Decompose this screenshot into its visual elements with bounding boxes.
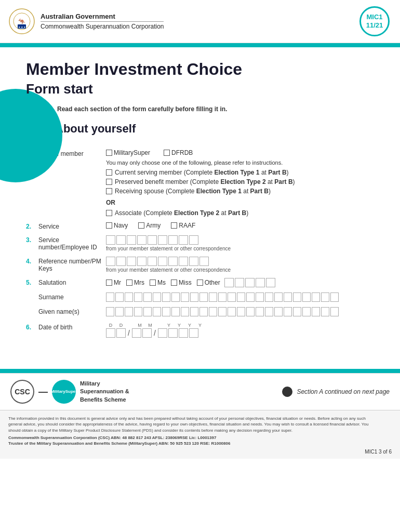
sur-22[interactable] — [302, 292, 311, 302]
sur-21[interactable] — [293, 292, 301, 302]
sur-15[interactable] — [237, 292, 245, 302]
gn-18[interactable] — [265, 307, 273, 316]
sn-box-2[interactable] — [116, 235, 126, 245]
gn-15[interactable] — [237, 307, 245, 316]
gn-17[interactable] — [256, 307, 264, 316]
raaf-checkbox[interactable] — [171, 222, 177, 229]
surname-input[interactable] — [106, 292, 374, 302]
mr-checkbox[interactable] — [106, 280, 112, 286]
gn-19[interactable] — [274, 307, 283, 316]
sur-12[interactable] — [209, 292, 217, 302]
dob-d2-box[interactable] — [116, 328, 126, 338]
sn-box-6[interactable] — [158, 235, 167, 245]
ref-box-10[interactable] — [199, 257, 209, 266]
gn-9[interactable] — [181, 307, 189, 316]
gn-12[interactable] — [209, 307, 217, 316]
sn-box-8[interactable] — [179, 235, 188, 245]
sur-20[interactable] — [284, 292, 292, 302]
sur-11[interactable] — [199, 292, 208, 302]
gn-6[interactable] — [153, 307, 161, 316]
other-item[interactable]: Other — [197, 279, 220, 286]
navy-checkbox[interactable] — [106, 222, 112, 229]
other-text-input[interactable] — [224, 278, 275, 287]
ref-box-8[interactable] — [179, 257, 188, 266]
election3-checkbox[interactable] — [106, 188, 112, 194]
mrs-item[interactable]: Mrs — [126, 279, 144, 286]
service-number-input[interactable] — [106, 235, 374, 245]
ref-box-9[interactable] — [189, 257, 198, 266]
sur-6[interactable] — [153, 292, 161, 302]
navy-item[interactable]: Navy — [106, 222, 128, 229]
army-item[interactable]: Army — [138, 222, 161, 229]
ot-box-2[interactable] — [235, 278, 244, 287]
ot-box-4[interactable] — [256, 278, 265, 287]
election1-checkbox[interactable] — [106, 169, 112, 176]
ref-box-2[interactable] — [116, 257, 126, 266]
gn-21[interactable] — [293, 307, 301, 316]
election3-item[interactable]: Receiving spouse (Complete Election Type… — [106, 188, 374, 195]
sn-box-1[interactable] — [106, 235, 115, 245]
gn-22[interactable] — [302, 307, 311, 316]
sn-box-7[interactable] — [168, 235, 178, 245]
gn-23[interactable] — [312, 307, 320, 316]
gn-8[interactable] — [171, 307, 180, 316]
ot-box-1[interactable] — [224, 278, 234, 287]
raaf-item[interactable]: RAAF — [171, 222, 195, 229]
sn-box-4[interactable] — [137, 235, 146, 245]
sur-9[interactable] — [181, 292, 189, 302]
reference-number-input[interactable] — [106, 257, 374, 266]
militarysuper-checkbox-item[interactable]: MilitarySuper — [106, 149, 150, 156]
sur-18[interactable] — [265, 292, 273, 302]
army-checkbox[interactable] — [138, 222, 144, 229]
dob-y2-box[interactable] — [168, 328, 178, 338]
election2-checkbox[interactable] — [106, 179, 112, 185]
ot-box-5[interactable] — [266, 278, 275, 287]
ot-box-3[interactable] — [245, 278, 255, 287]
miss-item[interactable]: Miss — [171, 279, 192, 286]
sur-1[interactable] — [106, 292, 114, 302]
sur-4[interactable] — [134, 292, 142, 302]
dob-y3-box[interactable] — [179, 328, 188, 338]
ms-item[interactable]: Ms — [150, 279, 166, 286]
sn-box-3[interactable] — [127, 235, 136, 245]
ref-box-3[interactable] — [127, 257, 136, 266]
election1-item[interactable]: Current serving member (Complete Electio… — [106, 169, 374, 176]
ms-checkbox[interactable] — [150, 280, 156, 286]
dob-m2-box[interactable] — [142, 328, 152, 338]
sur-10[interactable] — [190, 292, 198, 302]
dfrdb-checkbox[interactable] — [164, 150, 170, 156]
ref-box-4[interactable] — [137, 257, 146, 266]
gn-24[interactable] — [321, 307, 329, 316]
miss-checkbox[interactable] — [171, 280, 177, 286]
ref-box-5[interactable] — [148, 257, 157, 266]
dob-m1-box[interactable] — [132, 328, 141, 338]
sur-17[interactable] — [256, 292, 264, 302]
sur-19[interactable] — [274, 292, 283, 302]
gn-16[interactable] — [246, 307, 255, 316]
sur-24[interactable] — [321, 292, 329, 302]
dob-y1-box[interactable] — [158, 328, 167, 338]
gn-14[interactable] — [228, 307, 236, 316]
associate-checkbox[interactable] — [106, 210, 112, 216]
given-names-input[interactable] — [106, 307, 374, 316]
gn-13[interactable] — [218, 307, 226, 316]
associate-row[interactable]: Associate (Complete Election Type 2 at P… — [106, 209, 374, 217]
gn-25[interactable] — [330, 307, 339, 316]
ref-box-6[interactable] — [158, 257, 167, 266]
militarysuper-checkbox[interactable] — [106, 150, 112, 156]
mr-item[interactable]: Mr — [106, 279, 121, 286]
gn-20[interactable] — [284, 307, 292, 316]
gn-10[interactable] — [190, 307, 198, 316]
sur-7[interactable] — [162, 292, 170, 302]
other-checkbox[interactable] — [197, 280, 203, 286]
sur-5[interactable] — [143, 292, 152, 302]
mrs-checkbox[interactable] — [126, 280, 132, 286]
sn-box-9[interactable] — [189, 235, 198, 245]
sur-14[interactable] — [228, 292, 236, 302]
sur-25[interactable] — [330, 292, 339, 302]
sur-8[interactable] — [171, 292, 180, 302]
gn-7[interactable] — [162, 307, 170, 316]
gn-11[interactable] — [199, 307, 208, 316]
gn-3[interactable] — [125, 307, 133, 316]
gn-5[interactable] — [143, 307, 152, 316]
